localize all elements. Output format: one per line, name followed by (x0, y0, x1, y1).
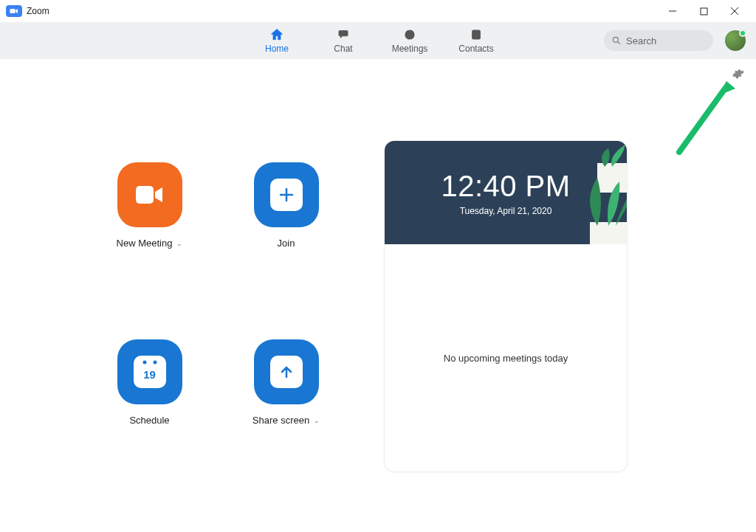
svg-point-8 (613, 37, 618, 42)
tab-contacts-label: Contacts (458, 44, 493, 54)
svg-rect-12 (136, 186, 154, 204)
chevron-down-icon[interactable]: ⌄ (176, 240, 182, 247)
plant-decoration (568, 170, 627, 244)
upcoming-body: No upcoming meetings today (385, 244, 627, 471)
clock-icon (402, 27, 418, 42)
svg-line-9 (618, 42, 620, 44)
join-label: Join (278, 238, 295, 249)
tab-meetings[interactable]: Meetings (377, 27, 443, 54)
clock-time: 12:40 PM (441, 170, 570, 203)
calendar-icon: 19 (134, 356, 166, 388)
svg-point-16 (142, 361, 146, 365)
tab-contacts[interactable]: Contacts (443, 27, 509, 54)
main-toolbar: Home Chat Meetings Contacts Search (0, 22, 756, 59)
contacts-icon (468, 27, 484, 42)
tab-chat-label: Chat (334, 44, 352, 54)
tab-home[interactable]: Home (244, 27, 310, 54)
chat-icon (335, 27, 351, 42)
no-upcoming-text: No upcoming meetings today (444, 353, 568, 364)
profile-avatar[interactable] (725, 30, 746, 51)
schedule-label: Schedule (129, 415, 169, 426)
schedule-button[interactable]: 19 (117, 339, 182, 404)
tab-chat[interactable]: Chat (310, 27, 377, 54)
join-button[interactable] (254, 162, 319, 227)
settings-button[interactable] (731, 66, 746, 84)
share-screen-action: Share screen ⌄ (218, 339, 354, 472)
chevron-down-icon[interactable]: ⌄ (314, 417, 320, 424)
join-action: Join (218, 162, 354, 295)
close-button[interactable] (719, 0, 750, 22)
maximize-button[interactable] (688, 0, 719, 22)
clock-panel: 12:40 PM Tuesday, April 21, 2020 (385, 141, 627, 244)
nav-tabs: Home Chat Meetings Contacts (244, 27, 509, 54)
plus-icon (270, 179, 303, 211)
tab-home-label: Home (265, 44, 289, 54)
svg-point-17 (153, 361, 157, 365)
search-placeholder: Search (626, 35, 656, 46)
calendar-day: 19 (143, 368, 156, 381)
new-meeting-button[interactable] (117, 162, 182, 227)
upcoming-card: 12:40 PM Tuesday, April 21, 2020 No upco… (384, 140, 628, 472)
window-titlebar: Zoom (0, 0, 756, 22)
svg-point-7 (475, 32, 477, 35)
svg-rect-2 (701, 8, 707, 15)
presence-indicator (739, 30, 746, 37)
zoom-logo-icon (6, 5, 22, 17)
home-icon (269, 27, 285, 42)
search-input[interactable]: Search (604, 30, 713, 51)
action-grid: New Meeting ⌄ Join (81, 162, 354, 472)
new-meeting-action: New Meeting ⌄ (81, 162, 218, 295)
tab-meetings-label: Meetings (392, 44, 428, 54)
window-title: Zoom (27, 6, 49, 16)
share-screen-label: Share screen (252, 415, 309, 426)
share-screen-button[interactable] (254, 339, 319, 404)
clock-date: Tuesday, April 21, 2020 (460, 206, 552, 216)
video-icon (134, 183, 165, 207)
minimize-button[interactable] (657, 0, 688, 22)
svg-rect-0 (10, 9, 16, 13)
new-meeting-label: New Meeting (117, 238, 173, 249)
schedule-action: 19 Schedule (81, 339, 218, 472)
arrow-up-icon (270, 356, 303, 388)
